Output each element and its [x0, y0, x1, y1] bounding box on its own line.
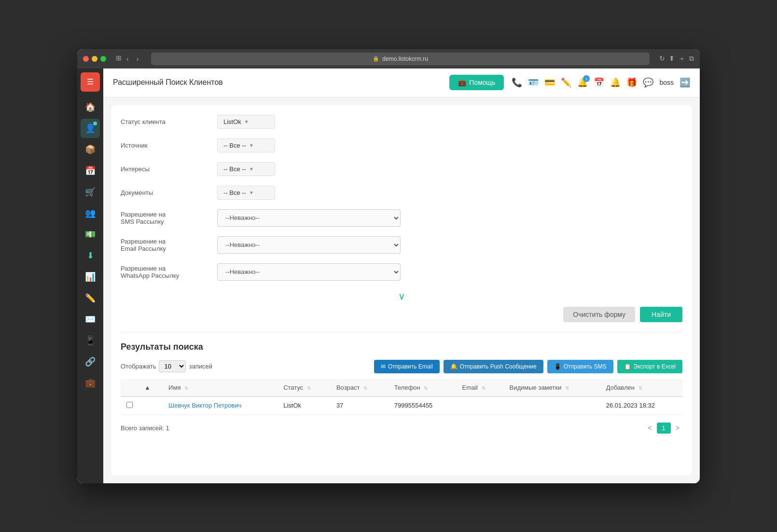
notifications-icon[interactable]: 🔔 1: [577, 77, 588, 88]
expand-row: ∨: [121, 290, 682, 302]
sidebar-item-home[interactable]: 🏠: [81, 97, 100, 117]
documents-dropdown[interactable]: -- Все -- ▼: [217, 186, 275, 200]
col-notes[interactable]: Видимые заметки ⇅: [504, 379, 600, 396]
results-table: ▲ Имя ⇅ Статус ⇅: [121, 379, 682, 415]
per-page-select[interactable]: 10 25 50 100: [159, 360, 186, 372]
user-name[interactable]: boss: [659, 79, 674, 86]
send-email-button[interactable]: ✉ Отправить Email: [374, 360, 440, 373]
maximize-window-button[interactable]: [100, 56, 106, 62]
control-source: -- Все -- ▼: [217, 138, 275, 152]
help-button[interactable]: 💼 Помощь: [449, 75, 504, 90]
sidebar-item-business[interactable]: 💼: [81, 373, 100, 393]
url-text: demo.listokcrm.ru: [382, 55, 428, 62]
clear-form-button[interactable]: Очистить форму: [563, 307, 635, 322]
sort-icon: ⇅: [307, 385, 311, 391]
prev-page-button[interactable]: <: [645, 423, 654, 433]
sort-icon: ⇅: [482, 385, 486, 391]
page-title: Расширенный Поиск Клиентов: [113, 78, 442, 87]
notification-badge: 1: [583, 75, 590, 82]
section-divider: [121, 332, 682, 332]
sort-icon: ⇅: [363, 385, 367, 391]
sidebar-item-editor[interactable]: ✏️: [81, 288, 100, 308]
download-icon[interactable]: ⬆: [669, 55, 675, 63]
send-sms-button[interactable]: 📱 Отправить SMS: [547, 360, 613, 373]
url-bar[interactable]: 🔒 demo.listokcrm.ru: [151, 53, 650, 65]
control-sms-perm: --Неважно-- Да Нет: [217, 209, 401, 227]
gift-icon[interactable]: 🎁: [626, 77, 637, 88]
row-age: 37: [331, 396, 388, 415]
col-email[interactable]: Email ⇅: [457, 379, 504, 396]
client-name-link[interactable]: Шевчук Виктор Петрович: [168, 402, 241, 409]
bell-icon[interactable]: 🔔: [610, 77, 621, 88]
sms-permission-select[interactable]: --Неважно-- Да Нет: [217, 209, 401, 227]
send-push-button[interactable]: 🔔 Отправить Push Сообщение: [444, 360, 543, 373]
id-card-icon[interactable]: 🪪: [528, 77, 539, 88]
row-checkbox-input[interactable]: [126, 402, 133, 408]
page-1-button[interactable]: 1: [657, 423, 671, 434]
sidebar-toggle-icon[interactable]: ⊞: [116, 54, 122, 64]
calendar-icon[interactable]: 📅: [594, 77, 604, 88]
phone-icon[interactable]: 📞: [512, 77, 522, 88]
sidebar-item-finance[interactable]: 💵: [81, 225, 100, 244]
sidebar-item-calendar[interactable]: 📅: [81, 161, 100, 180]
col-status[interactable]: Статус ⇅: [278, 379, 331, 396]
whatsapp-permission-select[interactable]: --Неважно-- Да Нет: [217, 263, 401, 281]
close-window-button[interactable]: [83, 56, 89, 62]
records-label: записей: [189, 363, 212, 370]
forward-button[interactable]: ›: [134, 54, 142, 64]
form-row-status: Статус клиента ListOk ▼: [121, 115, 682, 129]
briefcase-icon: 💼: [458, 79, 466, 86]
col-arrow[interactable]: ▲: [139, 379, 163, 396]
back-button[interactable]: ‹: [124, 54, 132, 64]
sidebar-item-products[interactable]: 📦: [81, 140, 100, 159]
reload-icon[interactable]: ↻: [659, 55, 665, 63]
label-sms-perm: Разрешение наSMS Рассылку: [121, 211, 217, 225]
sort-icon: ⇅: [565, 385, 569, 391]
search-button[interactable]: Найти: [640, 307, 682, 322]
interests-dropdown[interactable]: -- Все -- ▼: [217, 162, 275, 176]
source-dropdown[interactable]: -- Все -- ▼: [217, 138, 275, 152]
next-page-button[interactable]: >: [673, 423, 682, 433]
row-checkbox[interactable]: [121, 396, 139, 415]
total-records: Всего записей: 1: [121, 424, 169, 432]
form-row-whatsapp-perm: Разрешение наWhatsApp Рассылку --Неважно…: [121, 263, 682, 281]
plus-icon[interactable]: ＋: [679, 55, 685, 63]
sidebar-item-orders[interactable]: 🛒: [81, 182, 100, 202]
form-row-email-perm: Разрешение наEmail Рассылку --Неважно-- …: [121, 236, 682, 254]
browser-nav: ⊞ ‹ ›: [116, 54, 141, 64]
lock-icon: 🔒: [373, 55, 379, 62]
col-phone[interactable]: Телефон ⇅: [388, 379, 457, 396]
chevron-down-icon: ▼: [249, 190, 254, 195]
chevron-down-icon: ▼: [249, 143, 254, 148]
pagination-controls: < 1 >: [645, 423, 682, 434]
sidebar-item-filter[interactable]: ⬇: [81, 246, 100, 265]
expand-chevron-icon[interactable]: ∨: [398, 290, 405, 302]
sidebar-hamburger-button[interactable]: ☰: [81, 72, 100, 92]
status-dropdown[interactable]: ListOk ▼: [217, 115, 275, 129]
main-area: Расширенный Поиск Клиентов 💼 Помощь 📞 🪪 …: [103, 68, 700, 483]
sidebar-item-integrations[interactable]: 🔗: [81, 352, 100, 371]
col-name[interactable]: Имя ⇅: [163, 379, 278, 396]
export-excel-button[interactable]: 📋 Экспорт в Excel: [617, 360, 682, 373]
col-added[interactable]: Добавлен ⇅: [600, 379, 682, 396]
content-area: Статус клиента ListOk ▼ Источник: [103, 97, 700, 483]
form-row-source: Источник -- Все -- ▼: [121, 138, 682, 152]
sidebar-item-mail[interactable]: ✉️: [81, 310, 100, 329]
form-row-interests: Интересы -- Все -- ▼: [121, 162, 682, 176]
logout-icon[interactable]: ➡️: [680, 77, 690, 88]
mobile-icon: 📱: [554, 363, 561, 370]
edit-icon[interactable]: ✏️: [561, 77, 571, 88]
minimize-window-button[interactable]: [92, 56, 97, 62]
sidebar-item-mobile[interactable]: 📱: [81, 331, 100, 350]
sidebar-item-groups[interactable]: 👥: [81, 204, 100, 223]
action-row: Очистить форму Найти: [121, 307, 682, 322]
payment-icon[interactable]: 💳: [544, 77, 555, 88]
sidebar-item-analytics[interactable]: 📊: [81, 267, 100, 286]
col-checkbox: [121, 379, 139, 396]
chat-icon[interactable]: 💬: [643, 77, 653, 88]
tabs-icon[interactable]: ⧉: [689, 55, 694, 63]
results-title: Результаты поиска: [121, 342, 682, 352]
sidebar-item-clients[interactable]: 👤: [81, 119, 100, 138]
email-permission-select[interactable]: --Неважно-- Да Нет: [217, 236, 401, 254]
col-age[interactable]: Возраст ⇅: [331, 379, 388, 396]
